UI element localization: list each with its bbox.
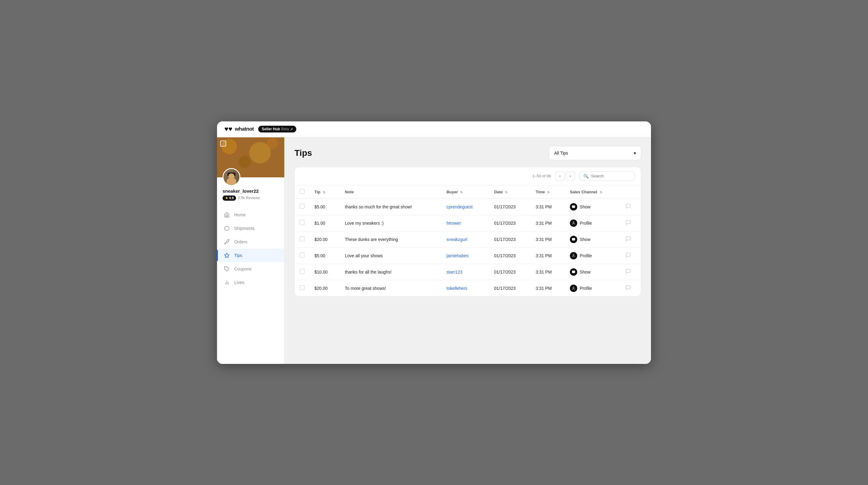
row-checkbox-0[interactable] bbox=[300, 204, 305, 209]
row-message bbox=[621, 199, 641, 215]
message-icon-4[interactable] bbox=[625, 270, 631, 275]
table-row: $20.00 These dunks are everything sneakz… bbox=[295, 231, 641, 247]
seller-hub-badge[interactable]: Seller Hub Beta ↗ bbox=[258, 126, 296, 132]
message-icon-1[interactable] bbox=[625, 221, 631, 226]
message-icon-0[interactable] bbox=[625, 205, 631, 210]
rating-badge: ★ 4.9 bbox=[222, 195, 236, 201]
row-channel: Profile bbox=[565, 247, 621, 264]
row-time: 3:31 PM bbox=[531, 199, 565, 215]
row-checkbox-5[interactable] bbox=[300, 285, 305, 290]
sidebar-item-orders[interactable]: Orders bbox=[217, 235, 284, 249]
chevron-down-icon: ▾ bbox=[634, 151, 636, 155]
barchart-icon bbox=[224, 279, 230, 285]
row-channel: Show bbox=[565, 199, 621, 215]
rocket-icon bbox=[224, 239, 230, 245]
row-buyer: starr123 bbox=[442, 264, 489, 280]
row-checkbox-cell bbox=[295, 231, 310, 247]
col-note: Note bbox=[340, 185, 442, 199]
table-header-row: Tip ⇅ Note Buyer ⇅ Date bbox=[295, 185, 641, 199]
channel-label-4: Show bbox=[580, 270, 590, 274]
channel-label-1: Profile bbox=[580, 221, 592, 225]
shipments-label: Shipments bbox=[234, 226, 254, 231]
row-checkbox-2[interactable] bbox=[300, 236, 305, 241]
row-time: 3:31 PM bbox=[531, 280, 565, 296]
page-title: Tips bbox=[294, 148, 312, 158]
buyer-link-0[interactable]: cprendeguest bbox=[446, 204, 473, 209]
sidebar-item-lives[interactable]: Lives bbox=[217, 276, 284, 289]
row-tip: $5.00 bbox=[310, 247, 340, 264]
next-page-button[interactable]: › bbox=[566, 172, 575, 181]
row-channel: Profile bbox=[565, 280, 621, 296]
row-checkbox-1[interactable] bbox=[300, 220, 305, 225]
row-date: 01/17/2023 bbox=[489, 264, 531, 280]
col-sales-channel: Sales Channel ⇅ bbox=[565, 185, 621, 199]
banner-checkbox[interactable] bbox=[220, 141, 226, 147]
table-row: $20.00 To more great shows! tokellehers … bbox=[295, 280, 641, 296]
date-sort-icon[interactable]: ⇅ bbox=[505, 190, 507, 194]
row-note: To more great shows! bbox=[340, 280, 442, 296]
row-checkbox-3[interactable] bbox=[300, 253, 305, 257]
buyer-link-4[interactable]: starr123 bbox=[446, 270, 462, 274]
channel-icon-3 bbox=[570, 252, 577, 260]
buyer-link-1[interactable]: htrower bbox=[446, 221, 461, 225]
row-message bbox=[621, 247, 641, 264]
time-sort-icon[interactable]: ⇅ bbox=[547, 190, 550, 194]
sidebar-item-coupons[interactable]: Coupons bbox=[217, 262, 284, 276]
select-all-checkbox[interactable] bbox=[300, 189, 305, 194]
tips-label: Tips bbox=[234, 253, 242, 258]
row-buyer: htrower bbox=[442, 215, 489, 231]
channel-icon-1 bbox=[570, 219, 577, 227]
pagination-buttons: ‹ › bbox=[555, 172, 575, 181]
row-time: 3:31 PM bbox=[531, 231, 565, 247]
row-buyer: sneakzgurl bbox=[442, 231, 489, 247]
sidebar-profile bbox=[217, 138, 284, 177]
row-tip: $20.00 bbox=[310, 280, 340, 296]
row-checkbox-cell bbox=[295, 215, 310, 231]
row-checkbox-4[interactable] bbox=[300, 269, 305, 274]
message-icon-3[interactable] bbox=[625, 253, 631, 259]
app-window: ♥♥ whatnot Seller Hub Beta ↗ bbox=[217, 121, 651, 364]
col-buyer: Buyer ⇅ bbox=[442, 185, 489, 199]
filter-label: All Tips bbox=[554, 151, 568, 155]
row-tip: $10.00 bbox=[310, 264, 340, 280]
buyer-link-5[interactable]: tokellehers bbox=[446, 286, 467, 291]
filter-dropdown[interactable]: All Tips ▾ bbox=[549, 146, 641, 160]
row-tip: $1.00 bbox=[310, 215, 340, 231]
logo-hearts-icon: ♥♥ bbox=[224, 125, 232, 133]
buyer-sort-icon[interactable]: ⇅ bbox=[460, 190, 463, 194]
col-actions bbox=[621, 185, 641, 199]
tip-sort-icon[interactable]: ⇅ bbox=[323, 190, 325, 194]
sidebar-item-tips[interactable]: Tips bbox=[217, 249, 284, 262]
table-row: $5.00 thanks so much for the great show!… bbox=[295, 199, 641, 215]
sidebar-item-home[interactable]: Home bbox=[217, 208, 284, 221]
profile-username: sneaker_lover22 bbox=[222, 188, 279, 194]
row-note: These dunks are everything bbox=[340, 231, 442, 247]
logo: ♥♥ whatnot bbox=[224, 125, 254, 133]
buyer-link-3[interactable]: jamiehabes bbox=[446, 253, 469, 258]
channel-sort-icon[interactable]: ⇅ bbox=[600, 190, 602, 194]
sidebar-item-shipments[interactable]: Shipments bbox=[217, 221, 284, 235]
search-icon: 🔍 bbox=[583, 174, 589, 179]
main-layout: sneaker_lover22 ★ 4.9 2.5k Reviews bbox=[217, 138, 651, 364]
sidebar-nav: Home Shipments bbox=[217, 205, 284, 364]
row-note: Love my sneakers :) bbox=[340, 215, 442, 231]
buyer-link-2[interactable]: sneakzgurl bbox=[446, 237, 467, 242]
channel-icon-4 bbox=[570, 268, 577, 276]
row-date: 01/17/2023 bbox=[489, 280, 531, 296]
row-channel: Profile bbox=[565, 215, 621, 231]
prev-page-button[interactable]: ‹ bbox=[555, 172, 565, 181]
message-icon-5[interactable] bbox=[625, 286, 631, 291]
svg-point-6 bbox=[573, 221, 574, 223]
row-checkbox-cell bbox=[295, 247, 310, 264]
col-tip: Tip ⇅ bbox=[310, 185, 340, 199]
row-date: 01/17/2023 bbox=[489, 199, 531, 215]
beta-label: Beta bbox=[281, 127, 289, 131]
search-input[interactable] bbox=[591, 174, 631, 178]
message-icon-2[interactable] bbox=[625, 237, 631, 243]
select-all-header bbox=[295, 185, 310, 199]
channel-label-3: Profile bbox=[580, 253, 592, 258]
row-channel: Show bbox=[565, 264, 621, 280]
external-link-icon: ↗ bbox=[290, 127, 292, 131]
row-tip: $20.00 bbox=[310, 231, 340, 247]
tips-icon bbox=[224, 252, 230, 259]
